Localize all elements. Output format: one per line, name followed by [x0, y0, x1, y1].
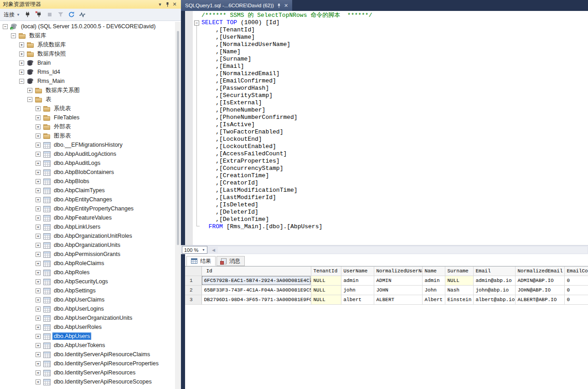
expand-icon[interactable]: + — [19, 51, 24, 56]
tree-item[interactable]: +dbo.AbpSecurityLogs — [0, 277, 175, 286]
expand-icon[interactable]: + — [19, 70, 24, 75]
tree-item[interactable]: +dbo.AbpUserOrganizationUnits — [0, 313, 175, 322]
tab-sqlquery1[interactable]: SQLQuery1.sql -...6CORE\David (62)) ✕ — [181, 0, 292, 11]
hscroll-left-arrow-icon[interactable]: ◀ — [212, 248, 215, 252]
tree-item[interactable]: +dbo.AbpRoleClaims — [0, 259, 175, 268]
tree-item[interactable]: +图形表 — [0, 131, 175, 140]
sql-editor[interactable]: − /****** SSMS 的 SelectTopNRows 命令的脚本 **… — [185, 11, 588, 245]
grid-cell[interactable]: NULL — [311, 276, 341, 285]
tree-item[interactable]: +dbo.AbpPermissionGrants — [0, 250, 175, 259]
tree-item[interactable]: +FileTables — [0, 113, 175, 122]
grid-cell[interactable]: admin — [422, 276, 445, 285]
grid-corner-header[interactable] — [185, 266, 201, 276]
tree-item[interactable]: +dbo.IdentityServerApiResources — [0, 368, 175, 377]
expand-icon[interactable]: + — [27, 88, 32, 93]
tree-item[interactable]: +dbo.AbpUsers — [0, 332, 175, 341]
expand-icon[interactable]: + — [19, 61, 24, 66]
tree-item[interactable]: +dbo.AbpEntityPropertyChanges — [0, 204, 175, 213]
disconnect-icon[interactable] — [34, 10, 44, 20]
tree-item[interactable]: +dbo.AbpAuditLogActions — [0, 149, 175, 159]
grid-column-header[interactable]: NormalizedEmail — [515, 266, 564, 276]
tab-results[interactable]: 结果 — [186, 256, 216, 266]
grid-row-header[interactable]: 1 — [185, 276, 201, 285]
grid-column-header[interactable]: Email — [473, 266, 515, 276]
editor-zoom-select[interactable]: 100 % ▼ — [182, 246, 207, 254]
grid-cell[interactable]: ADMIN — [374, 276, 422, 285]
tab-close-icon[interactable]: ✕ — [284, 3, 288, 9]
expand-icon[interactable]: + — [36, 206, 41, 211]
tree-item[interactable]: +dbo.AbpAuditLogs — [0, 159, 175, 168]
grid-cell[interactable]: admin@abp.io — [473, 276, 515, 285]
tree-item[interactable]: +dbo.IdentityServerApiResourceClaims — [0, 350, 175, 359]
tree-item[interactable]: +Brain — [0, 58, 175, 67]
expand-icon[interactable]: + — [36, 379, 41, 384]
grid-cell[interactable]: john@abp.io — [473, 285, 515, 295]
expand-icon[interactable]: + — [36, 152, 41, 157]
grid-cell[interactable]: Nash — [445, 285, 473, 295]
expand-icon[interactable]: + — [36, 106, 41, 111]
tree-item[interactable]: +dbo.AbpBlobs — [0, 177, 175, 186]
tab-pin-icon[interactable] — [277, 3, 281, 8]
tree-item[interactable]: +dbo.__EFMigrationsHistory — [0, 140, 175, 149]
expand-icon[interactable]: + — [36, 270, 41, 275]
tab-messages[interactable]: 消息 — [217, 256, 245, 266]
expand-icon[interactable]: + — [36, 325, 41, 330]
grid-cell[interactable]: 65BF33F3-743F-4C1A-F04A-3A00D081E9C5 — [201, 285, 311, 295]
grid-column-header[interactable]: EmailConfirmed — [564, 266, 588, 276]
tree-item[interactable]: +dbo.AbpRoles — [0, 268, 175, 277]
expand-icon[interactable]: + — [19, 42, 24, 47]
tree-item[interactable]: +dbo.AbpOrganizationUnits — [0, 241, 175, 250]
collapse-icon[interactable]: − — [3, 24, 8, 29]
tree-item[interactable]: +dbo.IdentityServerApiResourceScopes — [0, 377, 175, 386]
grid-cell[interactable]: NULL — [311, 295, 341, 304]
tree-item[interactable]: +dbo.AbpSettings — [0, 286, 175, 295]
tree-item[interactable]: +dbo.AbpFeatureValues — [0, 213, 175, 222]
tree-item[interactable]: +dbo.AbpBlobContainers — [0, 168, 175, 177]
grid-column-header[interactable]: Name — [422, 266, 445, 276]
expand-icon[interactable]: + — [36, 170, 41, 175]
grid-column-header[interactable]: Surname — [445, 266, 473, 276]
expand-icon[interactable]: + — [36, 307, 41, 312]
tree-item[interactable]: +dbo.AbpClaimTypes — [0, 186, 175, 195]
tree-item[interactable]: +dbo.IdentityServerApiResourceProperties — [0, 359, 175, 368]
close-icon[interactable]: ✕ — [171, 1, 178, 8]
grid-cell[interactable]: john — [341, 285, 374, 295]
collapse-icon[interactable]: − — [11, 33, 16, 38]
expand-icon[interactable]: + — [36, 261, 41, 266]
grid-cell[interactable]: ALBERT — [374, 295, 422, 304]
grid-cell[interactable]: NULL — [445, 276, 473, 285]
tree-item[interactable]: +dbo.AbpLinkUsers — [0, 222, 175, 231]
expand-icon[interactable]: + — [36, 352, 41, 357]
grid-column-header[interactable]: Id — [201, 266, 311, 276]
expand-icon[interactable]: + — [36, 279, 41, 284]
expand-icon[interactable]: + — [36, 179, 41, 184]
object-explorer-scrollbar[interactable] — [175, 22, 181, 389]
tree-item[interactable]: −(local) (SQL Server 15.0.2000.5 - DEV6C… — [0, 22, 175, 31]
connect-button[interactable]: 连接 ▼ — [2, 10, 22, 20]
grid-row-header[interactable]: 2 — [185, 285, 201, 295]
grid-cell[interactable]: ADMIN@ABP.IO — [515, 276, 564, 285]
window-position-icon[interactable]: ▼ — [156, 1, 164, 8]
pin-icon[interactable] — [164, 1, 171, 8]
tree-item[interactable]: +外部表 — [0, 122, 175, 131]
expand-icon[interactable]: + — [36, 234, 41, 239]
tree-item[interactable]: +dbo.AbpUserLogins — [0, 304, 175, 313]
tree-item[interactable]: +dbo.AbpUserRoles — [0, 322, 175, 332]
grid-cell[interactable]: 6FC5792B-EAC1-5B74-2924-3A00D081E4C7 — [201, 276, 311, 285]
expand-icon[interactable]: + — [36, 161, 41, 166]
expand-icon[interactable]: + — [36, 343, 41, 348]
stop-icon[interactable] — [45, 10, 55, 20]
tree-item[interactable]: +dbo.AbpEntityChanges — [0, 195, 175, 204]
grid-cell[interactable]: JOHN — [374, 285, 422, 295]
expand-icon[interactable]: + — [36, 370, 41, 375]
editor-horizontal-scrollbar[interactable] — [218, 247, 587, 253]
grid-cell[interactable]: Albert — [422, 295, 445, 304]
scrollbar-thumb[interactable] — [177, 31, 179, 245]
expand-icon[interactable]: + — [36, 188, 41, 193]
grid-cell[interactable]: John — [422, 285, 445, 295]
grid-cell[interactable]: admin — [341, 276, 374, 285]
tree-item[interactable]: +系统数据库 — [0, 40, 175, 49]
expand-icon[interactable]: + — [36, 133, 41, 138]
grid-cell[interactable]: 0 — [564, 295, 588, 304]
grid-cell[interactable]: albert — [341, 295, 374, 304]
